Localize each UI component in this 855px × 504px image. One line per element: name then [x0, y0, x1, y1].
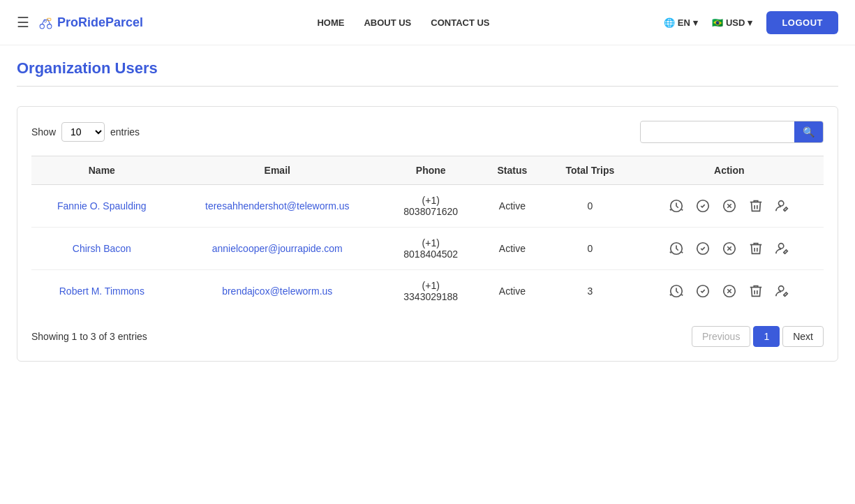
svg-point-3 — [44, 20, 46, 22]
cell-phone: (+1)8018404502 — [382, 228, 479, 270]
globe-icon: 🌐 — [664, 17, 675, 28]
showing-text: Showing 1 to 3 of 3 entries — [31, 331, 147, 342]
delete-icon[interactable] — [745, 281, 766, 302]
pagination: Previous 1 Next — [692, 326, 824, 347]
col-trips: Total Trips — [545, 156, 635, 185]
reject-icon[interactable] — [719, 281, 740, 302]
approve-icon[interactable] — [692, 238, 713, 259]
table-row: Fannie O. Spauldingteresahhendershot@tel… — [31, 185, 824, 228]
show-entries-control: Show 10 25 50 100 entries — [31, 122, 140, 142]
hamburger-menu[interactable]: ☰ — [17, 14, 29, 31]
main-content: Show 10 25 50 100 entries 🔍 Name — [0, 92, 855, 376]
reject-icon[interactable] — [719, 195, 740, 216]
logout-button[interactable]: LOGOUT — [766, 11, 838, 34]
cell-name: Fannie O. Spaulding — [31, 185, 172, 228]
edit-user-icon[interactable] — [772, 195, 793, 216]
main-nav: HOME ABOUT US CONTACT US — [317, 17, 489, 28]
svg-line-30 — [784, 295, 785, 297]
cell-trips: 0 — [545, 228, 635, 270]
cell-name: Chirsh Bacon — [31, 228, 172, 270]
table-row: Chirsh Baconannielcooper@jourrapide.com(… — [31, 228, 824, 270]
cell-action — [635, 228, 824, 270]
table-footer: Showing 1 to 3 of 3 entries Previous 1 N… — [31, 326, 824, 347]
page-title-section: Organization Users — [0, 45, 855, 92]
cell-email: brendajcox@teleworm.us — [172, 270, 382, 313]
delete-icon[interactable] — [745, 195, 766, 216]
col-status: Status — [479, 156, 545, 185]
users-table: Name Email Phone Status Total Trips Acti… — [31, 156, 824, 312]
cell-email: annielcooper@jourrapide.com — [172, 228, 382, 270]
col-name: Name — [31, 156, 172, 185]
nav-home[interactable]: HOME — [317, 17, 344, 28]
svg-line-24 — [681, 295, 683, 296]
currency-selector[interactable]: 🇧🇷 USD ▾ — [712, 17, 752, 28]
edit-user-icon[interactable] — [772, 281, 793, 302]
approve-icon[interactable] — [692, 281, 713, 302]
logo-wrapper: ProRideParcel — [38, 15, 143, 30]
svg-line-12 — [784, 210, 785, 212]
table-controls: Show 10 25 50 100 entries 🔍 — [31, 121, 824, 143]
col-phone: Phone — [382, 156, 479, 185]
col-action: Action — [635, 156, 824, 185]
user-name-link[interactable]: Robert M. Timmons — [59, 286, 144, 297]
cell-status: Active — [479, 185, 545, 228]
entries-select[interactable]: 10 25 50 100 — [61, 122, 105, 142]
cell-name: Robert M. Timmons — [31, 270, 172, 313]
nav-contact[interactable]: CONTACT US — [431, 17, 489, 28]
user-name-link[interactable]: Fannie O. Spaulding — [57, 200, 147, 212]
table-card: Show 10 25 50 100 entries 🔍 Name — [17, 106, 838, 362]
user-email-link[interactable]: brendajcox@teleworm.us — [222, 286, 332, 297]
search-box: 🔍 — [640, 121, 824, 143]
nav-about[interactable]: ABOUT US — [364, 17, 411, 28]
svg-point-11 — [778, 201, 783, 206]
brand-prefix: Pro — [57, 15, 78, 29]
table-header-row: Name Email Phone Status Total Trips Acti… — [31, 156, 824, 185]
lang-chevron-icon: ▾ — [693, 17, 698, 28]
search-icon: 🔍 — [803, 126, 815, 138]
approve-icon[interactable] — [692, 195, 713, 216]
page-1-button[interactable]: 1 — [753, 326, 780, 347]
cell-status: Active — [479, 228, 545, 270]
col-email: Email — [172, 156, 382, 185]
currency-flag-icon: 🇧🇷 — [712, 17, 723, 28]
clock-icon[interactable] — [666, 195, 687, 216]
user-name-link[interactable]: Chirsh Bacon — [73, 243, 131, 254]
edit-user-icon[interactable] — [772, 238, 793, 259]
action-icons-group — [646, 195, 812, 216]
svg-line-21 — [784, 253, 785, 254]
header: ☰ ProRideParcel HOME ABOUT US CONTACT US… — [0, 0, 855, 45]
search-input[interactable] — [641, 122, 794, 142]
action-icons-group — [646, 238, 812, 259]
svg-point-29 — [778, 286, 783, 291]
user-email-link[interactable]: teresahhendershot@teleworm.us — [205, 200, 349, 212]
currency-chevron-icon: ▾ — [748, 17, 752, 28]
language-selector[interactable]: 🌐 EN ▾ — [664, 17, 698, 28]
brand-name: ProRideParcel — [57, 15, 143, 30]
reject-icon[interactable] — [719, 238, 740, 259]
header-right: 🌐 EN ▾ 🇧🇷 USD ▾ LOGOUT — [664, 11, 838, 34]
cell-trips: 3 — [545, 270, 635, 313]
action-icons-group — [646, 281, 812, 302]
page-title: Organization Users — [17, 59, 838, 87]
cell-trips: 0 — [545, 185, 635, 228]
cell-phone: (+1)3343029188 — [382, 270, 479, 313]
svg-point-20 — [778, 244, 783, 249]
cell-phone: (+1)8038071620 — [382, 185, 479, 228]
next-button[interactable]: Next — [782, 326, 824, 347]
clock-icon[interactable] — [666, 281, 687, 302]
user-email-link[interactable]: annielcooper@jourrapide.com — [212, 243, 343, 254]
show-label: Show — [31, 126, 56, 138]
clock-icon[interactable] — [666, 238, 687, 259]
cell-action — [635, 185, 824, 228]
cell-action — [635, 270, 824, 313]
entries-label: entries — [110, 126, 140, 138]
logo-icon — [38, 15, 53, 30]
brand-suffix: RideParcel — [78, 15, 143, 29]
header-left: ☰ ProRideParcel — [17, 14, 143, 31]
cell-status: Active — [479, 270, 545, 313]
svg-point-1 — [47, 24, 52, 29]
previous-button[interactable]: Previous — [692, 326, 750, 347]
delete-icon[interactable] — [745, 238, 766, 259]
svg-line-15 — [681, 252, 683, 253]
search-button[interactable]: 🔍 — [794, 121, 823, 142]
